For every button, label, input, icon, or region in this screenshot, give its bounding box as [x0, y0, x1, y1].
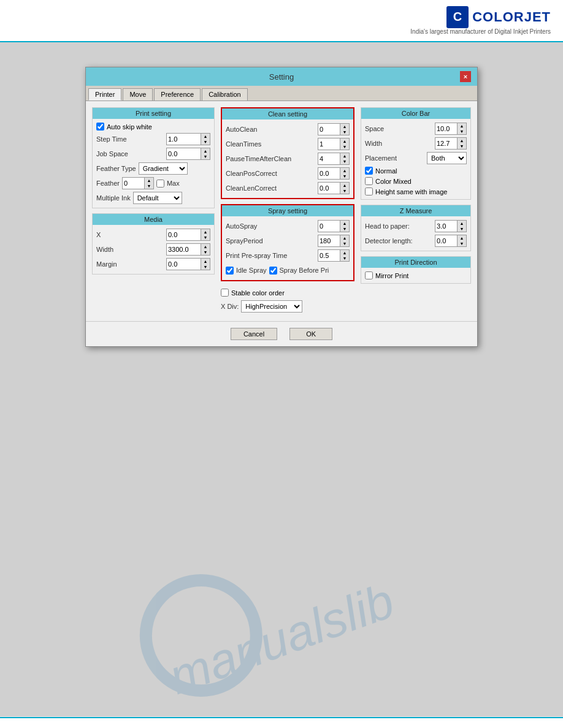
auto-clean-input[interactable] [318, 124, 340, 135]
spray-period-down[interactable]: ▼ [340, 241, 349, 246]
tab-move[interactable]: Move [123, 88, 153, 100]
color-bar-width-input[interactable] [435, 138, 457, 149]
detector-length-spinner-btns: ▲ ▼ [457, 235, 466, 246]
auto-clean-down[interactable]: ▼ [340, 129, 349, 135]
feather-max-checkbox[interactable] [156, 180, 164, 188]
color-bar-width-up[interactable]: ▲ [458, 138, 466, 143]
job-space-down[interactable]: ▼ [201, 154, 210, 159]
pause-time-down[interactable]: ▼ [340, 159, 349, 164]
media-width-up[interactable]: ▲ [201, 244, 210, 249]
detector-length-down[interactable]: ▼ [458, 241, 466, 246]
height-same-row: Height same with image [365, 188, 467, 195]
tab-preference[interactable]: Preference [154, 88, 201, 100]
job-space-input[interactable] [167, 148, 201, 159]
dialog-close-button[interactable]: × [460, 71, 471, 82]
tab-printer[interactable]: Printer [88, 88, 121, 100]
step-time-input[interactable] [167, 134, 201, 145]
x-div-select[interactable]: HighPrecision [241, 300, 302, 313]
watermark: manualslib [164, 611, 399, 667]
media-margin-down[interactable]: ▼ [201, 264, 210, 270]
media-x-down[interactable]: ▼ [201, 235, 210, 240]
media-width-input[interactable] [167, 244, 201, 255]
color-bar-width-down[interactable]: ▼ [458, 143, 466, 149]
print-pre-spray-down[interactable]: ▼ [340, 256, 349, 261]
clean-times-up[interactable]: ▲ [340, 138, 349, 144]
auto-spray-spinner-btns: ▲ ▼ [340, 221, 349, 232]
feather-up[interactable]: ▲ [145, 178, 153, 183]
clean-times-down[interactable]: ▼ [340, 144, 349, 150]
auto-spray-input[interactable] [318, 221, 340, 232]
feather-spinner: ▲ ▼ [122, 177, 154, 189]
media-margin-label: Margin [96, 260, 117, 268]
print-direction-body: Mirror Print [361, 268, 470, 283]
detector-length-input[interactable] [435, 235, 457, 246]
idle-spray-checkbox[interactable] [226, 267, 234, 275]
spray-period-up[interactable]: ▲ [340, 235, 349, 241]
x-div-row: X Div: HighPrecision [221, 300, 354, 313]
print-pre-spray-input[interactable] [318, 250, 340, 261]
clean-pos-down[interactable]: ▼ [340, 173, 349, 179]
color-bar-space-down[interactable]: ▼ [458, 129, 466, 134]
detector-length-up[interactable]: ▲ [458, 235, 466, 241]
clean-pos-up[interactable]: ▲ [340, 168, 349, 173]
print-pre-spray-up[interactable]: ▲ [340, 250, 349, 256]
media-margin-input[interactable] [167, 259, 201, 270]
print-direction-panel: Print Direction Mirror Print [361, 256, 471, 284]
media-width-down[interactable]: ▼ [201, 249, 210, 255]
color-bar-space-row: Space ▲ ▼ [365, 123, 467, 135]
clean-pos-input[interactable] [318, 168, 340, 179]
ok-button[interactable]: OK [289, 328, 332, 340]
clean-len-input[interactable] [318, 183, 340, 194]
head-to-paper-spinner-btns: ▲ ▼ [457, 221, 466, 232]
feather-type-row: Feather Type Gradient [96, 162, 210, 175]
pause-time-input[interactable] [318, 153, 340, 164]
color-bar-width-spinner: ▲ ▼ [435, 137, 467, 150]
color-bar-space-up[interactable]: ▲ [458, 123, 466, 129]
height-same-checkbox[interactable] [365, 188, 373, 195]
media-x-label: X [96, 231, 101, 238]
dialog-titlebar: Setting × [86, 67, 477, 86]
color-bar-width-spinner-btns: ▲ ▼ [457, 138, 466, 149]
feather-type-select[interactable]: Gradient [139, 162, 188, 175]
print-setting-header: Print setting [93, 108, 214, 119]
spray-setting-body: AutoSpray ▲ ▼ [222, 216, 353, 280]
head-to-paper-input[interactable] [435, 221, 457, 232]
clean-len-down[interactable]: ▼ [340, 188, 349, 194]
placement-select[interactable]: Both [427, 152, 467, 164]
mirror-print-checkbox[interactable] [365, 271, 373, 279]
pause-time-up[interactable]: ▲ [340, 153, 349, 159]
spray-period-input[interactable] [318, 235, 340, 246]
media-margin-spinner: ▲ ▼ [166, 258, 210, 270]
job-space-spinner-btns: ▲ ▼ [201, 148, 210, 159]
media-x-up[interactable]: ▲ [201, 229, 210, 235]
pause-time-spinner-btns: ▲ ▼ [340, 153, 349, 164]
color-mixed-checkbox[interactable] [365, 177, 373, 185]
auto-skip-white-checkbox[interactable] [96, 123, 104, 131]
media-margin-up[interactable]: ▲ [201, 259, 210, 264]
job-space-up[interactable]: ▲ [201, 148, 210, 154]
clean-len-up[interactable]: ▲ [340, 183, 349, 188]
color-bar-space-input[interactable] [435, 123, 457, 134]
page-body: manualslib Setting × Printer Move Prefer… [0, 42, 563, 716]
auto-clean-up[interactable]: ▲ [340, 124, 349, 129]
step-time-down[interactable]: ▼ [201, 139, 210, 145]
normal-checkbox[interactable] [365, 167, 373, 175]
spray-before-print-checkbox[interactable] [269, 267, 277, 275]
stable-color-checkbox[interactable] [221, 289, 229, 297]
clean-times-input[interactable] [318, 138, 340, 150]
cancel-button[interactable]: Cancel [231, 328, 277, 340]
auto-spray-down[interactable]: ▼ [340, 226, 349, 232]
feather-input[interactable] [123, 178, 144, 189]
multiple-ink-select[interactable]: Default [133, 192, 182, 204]
mirror-print-row: Mirror Print [365, 271, 467, 279]
color-bar-space-label: Space [365, 125, 384, 132]
head-to-paper-down[interactable]: ▼ [458, 226, 466, 232]
step-time-up[interactable]: ▲ [201, 134, 210, 139]
head-to-paper-up[interactable]: ▲ [458, 221, 466, 226]
feather-down[interactable]: ▼ [145, 183, 153, 189]
step-time-label: Step Time [96, 135, 127, 143]
z-measure-body: Head to paper: ▲ ▼ [361, 216, 470, 251]
auto-spray-up[interactable]: ▲ [340, 221, 349, 226]
tab-calibration[interactable]: Calibration [202, 88, 248, 100]
media-x-input[interactable] [167, 229, 201, 240]
